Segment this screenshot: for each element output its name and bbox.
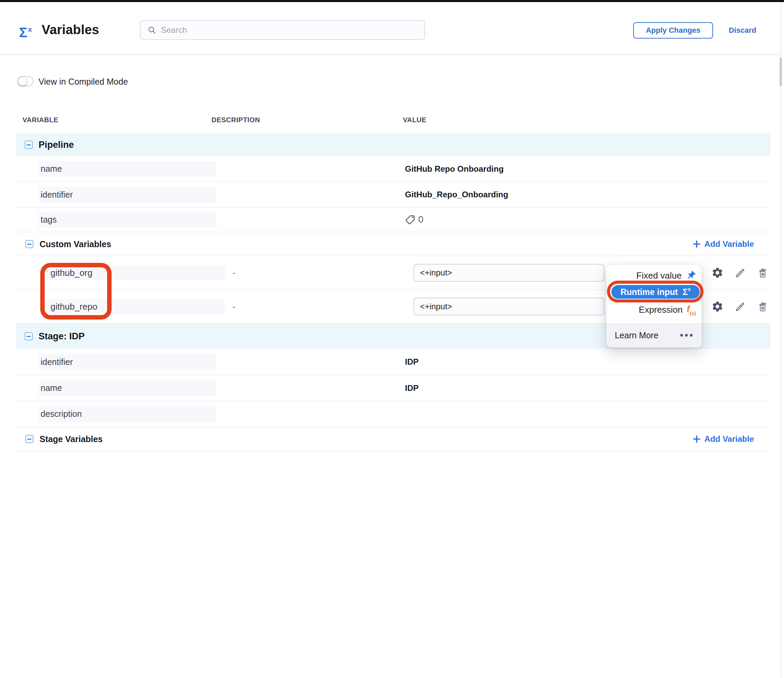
menu-footer-learn-more[interactable]: Learn More [607,323,702,347]
search-icon [148,26,156,34]
add-variable-label: Add Variable [705,239,754,249]
value-type-menu: Fixed value Runtime input Σx Expression … [606,265,702,348]
plus-icon [692,435,701,443]
panel-header: Σx Variables Apply Changes Discard [0,2,781,55]
column-value: VALUE [403,116,426,124]
table-column-headers: VARIABLE DESCRIPTION VALUE [0,116,784,125]
runtime-input-field[interactable]: <+input> [414,264,604,282]
variable-name-chip: github_repo [45,299,225,315]
variable-name-chip: github_org [45,265,225,281]
table-row: identifier GitHub_Repo_Onboarding [16,182,770,207]
stage-name-value: IDP [405,383,418,393]
settings-gear-icon[interactable] [706,267,729,279]
table-row: tags 0 [16,207,770,232]
compiled-mode-label: View in Compiled Mode [39,77,128,87]
row-actions [706,301,774,313]
variable-name-chip: name [39,161,217,177]
variable-name-chip: identifier [39,354,217,370]
row-label: description [40,409,82,419]
plus-icon [692,240,701,249]
tag-icon [404,214,415,225]
tags-count: 0 [418,214,423,225]
section-header-stage-variables: Stage Variables Add Variable [16,427,770,451]
table-row: identifier IDP [16,349,770,375]
runtime-input-sigma-icon: Σx [19,22,31,41]
discard-link[interactable]: Discard [729,26,756,35]
collapse-icon[interactable] [25,240,33,248]
learn-more-label: Learn More [615,330,658,340]
section-title: Custom Variables [40,239,111,249]
variable-name-chip: tags [39,212,217,228]
row-label: identifier [40,190,73,200]
add-variable-label: Add Variable [705,434,754,444]
tags-value: 0 [404,214,423,225]
collapse-icon[interactable] [25,332,33,340]
table-row: name GitHub Repo Onboarding [16,156,770,182]
section-title: Stage: IDP [39,331,85,342]
menu-item-fixed-value[interactable]: Fixed value [607,268,702,284]
section-title: Pipeline [39,140,74,150]
ellipsis-icon [678,334,692,337]
settings-gear-icon[interactable] [706,301,729,313]
variable-name-chip: name [39,380,217,396]
runtime-input-field[interactable]: <+input> [414,298,604,315]
stage-identifier-value: IDP [405,357,418,367]
delete-trash-icon[interactable] [751,267,774,279]
pin-icon [686,270,696,281]
add-variable-button[interactable]: Add Variable [692,239,754,249]
variable-name-chip: identifier [39,187,217,203]
menu-item-label: Runtime input [621,287,678,297]
column-description: DESCRIPTION [212,116,260,124]
pipeline-identifier-value: GitHub_Repo_Onboarding [405,190,508,200]
compiled-mode-toggle[interactable] [17,76,33,86]
toggle-knob [18,77,27,86]
delete-trash-icon[interactable] [751,301,774,312]
section-header-custom-variables: Custom Variables Add Variable [16,232,770,256]
variables-panel: Σx Variables Apply Changes Discard View … [0,0,784,678]
expression-fx-icon: f(x) [687,304,696,315]
collapse-icon[interactable] [25,435,33,443]
row-label: name [40,383,62,393]
search-input[interactable] [161,25,414,35]
column-variable: VARIABLE [23,116,58,124]
variable-name-chip: description [39,406,217,422]
table-row: name IDP [16,375,770,401]
scrollbar-thumb[interactable] [779,58,782,86]
section-header-pipeline: Pipeline [16,134,770,156]
search-box[interactable] [140,20,425,40]
menu-item-label: Fixed value [636,270,682,281]
pipeline-name-value: GitHub Repo Onboarding [405,164,504,174]
runtime-input-sigma-icon: Σx [683,287,691,297]
variable-name: github_repo [50,301,97,312]
edit-pencil-icon[interactable] [729,301,751,312]
row-actions [706,267,774,279]
variable-description: - [233,268,235,277]
collapse-icon[interactable] [25,141,33,149]
row-label: name [40,164,62,174]
section-title: Stage Variables [40,434,103,444]
variable-description: - [233,302,235,311]
row-label: tags [40,215,57,224]
edit-pencil-icon[interactable] [729,267,751,279]
menu-item-runtime-input[interactable]: Runtime input Σx [611,285,700,299]
add-variable-button[interactable]: Add Variable [692,434,754,444]
row-label: identifier [40,357,73,367]
menu-item-expression[interactable]: Expression f(x) [607,302,702,318]
variable-name: github_org [50,268,92,278]
scrollbar-track [781,2,781,677]
page-title: Variables [42,23,99,37]
apply-changes-button[interactable]: Apply Changes [633,22,713,39]
table-row: description [16,401,770,427]
menu-item-label: Expression [639,304,683,315]
